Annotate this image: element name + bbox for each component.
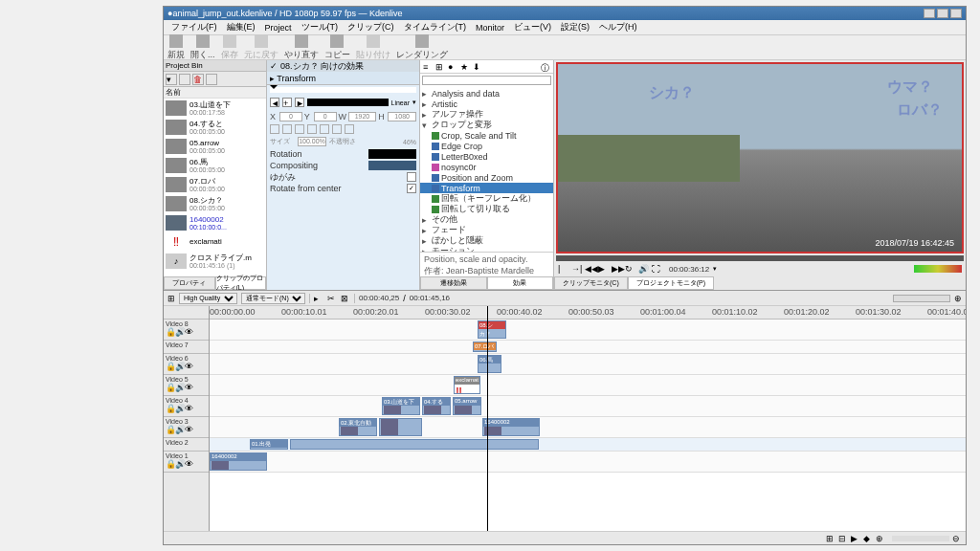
tree-effect[interactable]: nosync0r — [420, 162, 553, 172]
track-header[interactable]: Video 6🔒🔊👁 — [164, 354, 209, 375]
bin-item[interactable]: 04.すると00:00:05:00 — [164, 118, 266, 137]
play-button[interactable]: ▶ — [598, 264, 608, 274]
align-button[interactable] — [295, 124, 304, 134]
tl-btn[interactable]: ⊖ — [952, 534, 962, 543]
align-button[interactable] — [270, 124, 279, 134]
timeline-track[interactable]: 01.出発 — [210, 438, 966, 452]
hide-icon[interactable]: 👁 — [185, 362, 192, 369]
menu-tool[interactable]: ツール(T) — [298, 21, 343, 33]
tab-transition[interactable]: 遷移効果 — [420, 276, 487, 290]
timeline-clip[interactable]: 16400002 — [482, 418, 540, 436]
kf-add-button[interactable]: + — [282, 98, 292, 107]
open-button[interactable]: 開く... — [190, 34, 215, 61]
fx-fav-icon[interactable]: ● — [448, 62, 457, 72]
hide-icon[interactable]: 👁 — [185, 383, 192, 390]
undo-button[interactable]: 元に戻す — [244, 34, 278, 61]
interp-select[interactable]: Linear — [391, 99, 410, 106]
tab-effect[interactable]: 効果 — [487, 276, 554, 290]
fullscreen-button[interactable]: ⛶ — [652, 264, 661, 274]
lock-icon[interactable]: 🔒 — [166, 459, 173, 467]
render-button[interactable]: レンダリング — [396, 34, 448, 61]
track-header[interactable]: Video 1🔒🔊👁 — [164, 452, 209, 473]
bin-item[interactable]: 08.シカ？00:00:05:00 — [164, 194, 266, 213]
menu-project[interactable]: Project — [261, 23, 296, 33]
align-button[interactable] — [345, 124, 354, 134]
add-clip-button[interactable]: ▾ — [166, 74, 177, 85]
timeline-clip[interactable] — [290, 439, 539, 450]
lock-icon[interactable]: 🔒 — [166, 327, 173, 335]
timeline-track[interactable]: 16400002 — [210, 452, 966, 473]
lock-icon[interactable]: 🔒 — [166, 404, 173, 411]
track-header[interactable]: Video 8🔒🔊👁 — [164, 320, 209, 341]
menu-timeline[interactable]: タイムライン(T) — [400, 21, 471, 33]
tl-btn[interactable]: ◆ — [863, 534, 873, 543]
timeline-tracks[interactable]: 00:00:00.00 00:00:10.01 00:00:20.01 00:0… — [210, 306, 966, 531]
timeline-clip[interactable]: 01.出発 — [250, 439, 288, 450]
mute-icon[interactable]: 🔊 — [175, 425, 183, 432]
fx-tree-icon[interactable]: ⊞ — [435, 62, 445, 72]
minimize-button[interactable] — [924, 9, 935, 18]
tree-effect[interactable]: LetterB0xed — [420, 151, 553, 162]
zone-out-button[interactable]: →| — [571, 264, 581, 274]
speaker-icon[interactable]: 🔊 — [638, 264, 648, 274]
playhead[interactable] — [487, 306, 488, 531]
quality-select[interactable]: High Quality — [179, 293, 237, 304]
fx-dl-icon[interactable]: ⬇ — [473, 62, 482, 72]
size-input[interactable]: 100.00% — [298, 137, 326, 146]
hide-icon[interactable]: 👁 — [185, 404, 192, 411]
timeline-clip[interactable]: 04.する — [422, 397, 451, 415]
align-button[interactable] — [307, 124, 317, 134]
track-header[interactable]: Video 5🔒🔊👁 — [164, 375, 209, 396]
fx-star-icon[interactable]: ★ — [460, 62, 470, 72]
tree-effect[interactable]: Position and Zoom — [420, 172, 553, 183]
distortion-check[interactable] — [407, 172, 416, 182]
rewind-button[interactable]: ◀◀ — [585, 264, 594, 274]
align-button[interactable] — [320, 124, 329, 134]
paste-button[interactable]: 貼り付け — [356, 34, 390, 61]
timeline-ruler[interactable]: 00:00:00.00 00:00:10.01 00:00:20.01 00:0… — [210, 306, 966, 320]
mute-icon[interactable]: 🔊 — [175, 459, 183, 467]
bin-item[interactable]: 06.馬00:00:05:00 — [164, 156, 266, 175]
redo-button[interactable]: やり直す — [284, 34, 319, 61]
rotate-center-check[interactable]: ✓ — [407, 184, 416, 193]
close-button[interactable] — [950, 9, 962, 18]
tl-btn[interactable]: ⊞ — [826, 534, 835, 543]
timeline-clip[interactable]: exclamat‼ — [454, 376, 480, 394]
lock-icon[interactable]: 🔒 — [166, 383, 173, 390]
spacer-tool[interactable]: ⊠ — [341, 294, 350, 303]
bin-item[interactable]: 1640000200:10:00:0... — [164, 213, 266, 232]
tl-btn[interactable]: ▶ — [851, 534, 860, 543]
kf-next-button[interactable]: ► — [295, 98, 304, 107]
tree-category[interactable]: ▾クロップと変形 — [420, 120, 553, 130]
timeline-clip[interactable]: 07.ロバ — [473, 342, 497, 352]
mute-icon[interactable]: 🔊 — [175, 362, 183, 369]
timeline-clip[interactable] — [379, 418, 422, 436]
bin-item[interactable]: ♪クロスドライブ.m00:01:45:16 (1) — [164, 252, 266, 271]
x-input[interactable]: 0 — [279, 112, 302, 121]
keyframe-ruler[interactable] — [270, 87, 416, 93]
timeline-track[interactable]: 07.ロバ — [210, 341, 966, 354]
loop-button[interactable]: ↻ — [625, 264, 635, 274]
monitor-video[interactable]: シカ？ ウマ？ ロバ？ 2018/07/19 16:42:45 — [556, 62, 964, 253]
kf-position[interactable] — [307, 99, 389, 106]
tree-effect[interactable]: Crop, Scale and Tilt — [420, 130, 553, 141]
mute-icon[interactable]: 🔊 — [175, 383, 183, 390]
forward-button[interactable]: ▶▶ — [612, 264, 621, 274]
menu-settings[interactable]: 設定(S) — [557, 21, 593, 33]
hide-icon[interactable]: 👁 — [185, 459, 192, 467]
maximize-button[interactable] — [937, 9, 948, 18]
menu-view[interactable]: ビュー(V) — [510, 21, 555, 33]
tree-effect[interactable]: Edge Crop — [420, 141, 553, 151]
razor-tool[interactable]: ✂ — [327, 294, 337, 303]
timeline-track[interactable]: 02.東北自動 16400002 — [210, 417, 966, 438]
lock-icon[interactable]: 🔒 — [166, 425, 173, 432]
align-button[interactable] — [282, 124, 292, 134]
timeline-clip[interactable]: 08.シカ？ — [478, 320, 506, 339]
mute-icon[interactable]: 🔊 — [175, 327, 183, 335]
timeline-track[interactable]: 06.馬 — [210, 354, 966, 375]
fx-info-icon[interactable]: ⓘ — [541, 62, 550, 72]
bin-item[interactable]: 03.山道を下00:00:17:58 — [164, 99, 266, 118]
timeline-clip[interactable]: 16400002 — [210, 452, 267, 471]
effect-tree[interactable]: ▸Analysis and data ▸Artistic ▸アルファ操作 ▾クロ… — [420, 87, 553, 252]
mode-select[interactable]: 通常モード(N) — [241, 293, 305, 304]
